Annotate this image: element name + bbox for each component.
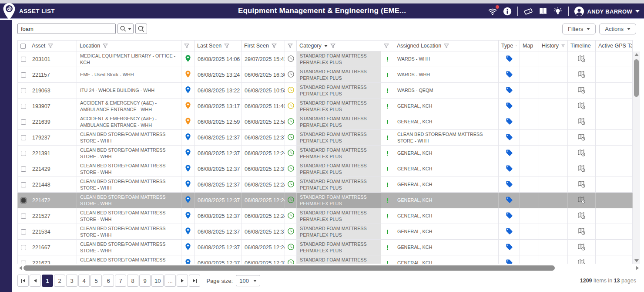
location-pin-cell[interactable] bbox=[181, 130, 195, 146]
map-cell[interactable] bbox=[520, 177, 539, 193]
table-row[interactable]: 221429 CLEAN BED STORE/FOAM MATTRESS STO… bbox=[18, 161, 633, 177]
page-button-8[interactable]: 8 bbox=[127, 275, 138, 287]
column-header-asset[interactable]: Asset bbox=[29, 41, 77, 51]
app-logo-pin-icon[interactable] bbox=[2, 2, 17, 22]
filter-icon[interactable] bbox=[444, 43, 449, 48]
vertical-scrollbar-thumb[interactable] bbox=[634, 59, 639, 97]
history-cell[interactable] bbox=[539, 83, 568, 98]
column-header-map[interactable]: Map bbox=[520, 41, 539, 51]
previous-page-button[interactable] bbox=[30, 275, 41, 287]
location-pin-cell[interactable] bbox=[181, 98, 195, 114]
history-cell[interactable] bbox=[539, 224, 568, 240]
row-checkbox[interactable] bbox=[21, 88, 26, 93]
page-button-4[interactable]: 4 bbox=[78, 275, 90, 287]
next-page-button[interactable] bbox=[177, 275, 188, 287]
column-header-timeline[interactable]: Timeline bbox=[568, 41, 596, 51]
map-cell[interactable] bbox=[520, 193, 539, 208]
ticket-icon[interactable] bbox=[523, 7, 533, 16]
info-icon[interactable] bbox=[503, 7, 512, 16]
page-size-select[interactable]: 100 bbox=[236, 275, 260, 286]
column-header-history[interactable]: History bbox=[539, 41, 568, 51]
map-cell[interactable] bbox=[520, 146, 539, 161]
type-cell[interactable] bbox=[499, 255, 520, 264]
type-cell[interactable] bbox=[499, 67, 520, 83]
table-row[interactable]: 221472 CLEAN BED STORE/FOAM MATTRESS STO… bbox=[18, 193, 633, 208]
timeline-cell[interactable] bbox=[568, 130, 596, 146]
page-button-9[interactable]: 9 bbox=[139, 275, 151, 287]
network-status-icon[interactable] bbox=[488, 7, 497, 16]
history-cell[interactable] bbox=[539, 193, 568, 208]
map-cell[interactable] bbox=[520, 67, 539, 83]
type-cell[interactable] bbox=[499, 240, 520, 255]
page-button-6[interactable]: 6 bbox=[103, 275, 114, 287]
map-cell[interactable] bbox=[520, 83, 539, 98]
map-cell[interactable] bbox=[520, 161, 539, 177]
row-checkbox[interactable] bbox=[21, 182, 26, 187]
timeline-cell[interactable] bbox=[568, 67, 596, 83]
row-checkbox[interactable] bbox=[21, 57, 26, 62]
page-button-7[interactable]: 7 bbox=[115, 275, 126, 287]
timeline-cell[interactable] bbox=[568, 161, 596, 177]
scroll-up-arrow-icon[interactable] bbox=[633, 51, 640, 58]
timeline-cell[interactable] bbox=[568, 208, 596, 224]
column-header-active-gps-tag[interactable]: Active GPS Ta bbox=[596, 41, 633, 51]
timeline-cell[interactable] bbox=[568, 224, 596, 240]
location-pin-cell[interactable] bbox=[181, 240, 195, 255]
scroll-left-arrow-icon[interactable] bbox=[17, 266, 23, 270]
row-select-cell[interactable] bbox=[18, 67, 29, 83]
type-cell[interactable] bbox=[499, 146, 520, 161]
filter-icon[interactable] bbox=[272, 43, 277, 48]
vertical-scrollbar[interactable] bbox=[633, 51, 640, 264]
first-page-button[interactable] bbox=[17, 275, 29, 287]
timeline-cell[interactable] bbox=[568, 255, 596, 264]
map-cell[interactable] bbox=[520, 208, 539, 224]
row-checkbox[interactable] bbox=[21, 104, 26, 109]
row-select-cell[interactable] bbox=[18, 240, 29, 255]
row-checkbox[interactable] bbox=[21, 245, 26, 250]
row-checkbox[interactable] bbox=[21, 229, 26, 234]
location-pin-cell[interactable] bbox=[181, 67, 195, 83]
filter-icon[interactable] bbox=[288, 43, 293, 48]
map-cell[interactable] bbox=[520, 224, 539, 240]
filters-button[interactable]: Filters bbox=[562, 24, 596, 34]
select-all-cell[interactable] bbox=[18, 41, 29, 51]
column-header-location[interactable]: Location bbox=[77, 41, 181, 51]
select-all-checkbox[interactable] bbox=[20, 44, 26, 49]
location-pin-cell[interactable] bbox=[181, 114, 195, 130]
type-cell[interactable] bbox=[499, 98, 520, 114]
row-select-cell[interactable] bbox=[18, 208, 29, 224]
history-cell[interactable] bbox=[539, 114, 568, 130]
location-pin-cell[interactable] bbox=[181, 83, 195, 98]
table-row[interactable]: 221391 CLEAN BED STORE/FOAM MATTRESS STO… bbox=[18, 146, 633, 161]
row-checkbox[interactable] bbox=[21, 135, 26, 140]
row-select-cell[interactable] bbox=[18, 193, 29, 208]
type-cell[interactable] bbox=[499, 51, 520, 67]
type-cell[interactable] bbox=[499, 114, 520, 130]
row-select-cell[interactable] bbox=[18, 146, 29, 161]
history-cell[interactable] bbox=[539, 240, 568, 255]
filter-icon[interactable] bbox=[103, 43, 108, 48]
filter-icon[interactable] bbox=[516, 43, 517, 48]
user-menu[interactable]: ANDY BARROW bbox=[574, 6, 640, 17]
filter-icon[interactable] bbox=[384, 43, 389, 48]
column-header-type[interactable]: Type bbox=[499, 41, 520, 51]
timeline-cell[interactable] bbox=[568, 177, 596, 193]
row-checkbox[interactable] bbox=[21, 198, 26, 203]
history-cell[interactable] bbox=[539, 161, 568, 177]
table-row[interactable]: 221534 CLEAN BED STORE/FOAM MATTRESS STO… bbox=[18, 224, 633, 240]
history-cell[interactable] bbox=[539, 177, 568, 193]
timeline-cell[interactable] bbox=[568, 193, 596, 208]
row-select-cell[interactable] bbox=[18, 98, 29, 114]
scroll-right-arrow-icon[interactable] bbox=[634, 266, 640, 270]
table-row[interactable]: 221667 CLEAN BED STORE/FOAM MATTRESS STO… bbox=[18, 240, 633, 255]
location-pin-cell[interactable] bbox=[181, 177, 195, 193]
history-cell[interactable] bbox=[539, 208, 568, 224]
page-button-10[interactable]: 10 bbox=[151, 275, 164, 287]
location-pin-cell[interactable] bbox=[181, 255, 195, 264]
table-row[interactable]: 221527 CLEAN BED STORE/FOAM MATTRESS STO… bbox=[18, 208, 633, 224]
table-row[interactable]: 193907 ACCIDENT & EMERGENCY (A&E) - AMBU… bbox=[18, 98, 633, 114]
map-cell[interactable] bbox=[520, 240, 539, 255]
history-cell[interactable] bbox=[539, 255, 568, 264]
map-cell[interactable] bbox=[520, 98, 539, 114]
page-button-2[interactable]: 2 bbox=[54, 275, 65, 287]
